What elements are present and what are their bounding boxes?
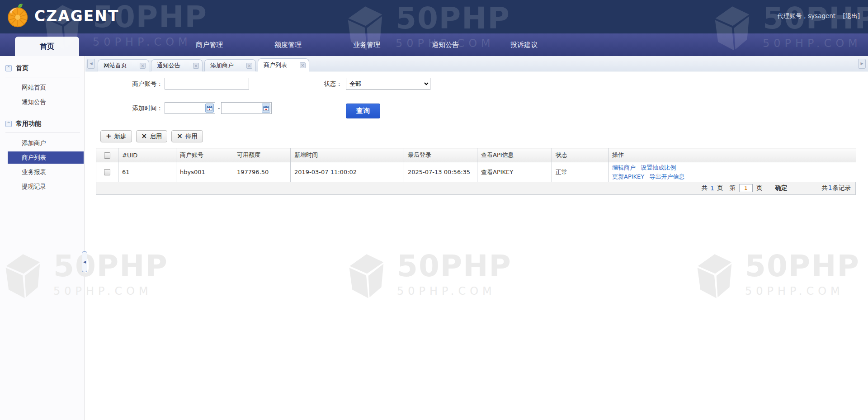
- enable-button-label: 启用: [150, 132, 162, 141]
- nav-item[interactable]: 首页: [15, 37, 79, 56]
- cell-account-link[interactable]: hbys001: [176, 162, 233, 182]
- logout-link[interactable]: [退出]: [843, 12, 860, 19]
- column-header: #UID: [118, 148, 176, 162]
- add-time-label: 添加时间：: [85, 102, 163, 114]
- sidebar-items: 添加商户 商户列表 业务报表 提现记录: [5, 133, 85, 193]
- page-number-input[interactable]: [739, 184, 753, 192]
- sidebar-section-header[interactable]: ^ 首页: [5, 64, 85, 72]
- merchant-account-label: 商户账号：: [85, 78, 163, 90]
- export-account-link[interactable]: 导出开户信息: [649, 173, 684, 180]
- action-line: 编辑商户 设置抽成比例: [612, 163, 852, 172]
- sidebar-item[interactable]: 通知公告: [5, 94, 85, 109]
- sidebar-item[interactable]: 提现记录: [5, 179, 85, 193]
- sidebar-section-header[interactable]: ^ 常用功能: [5, 120, 85, 128]
- cell-api-link[interactable]: 查看APIKEY: [477, 162, 552, 182]
- sidebar-item[interactable]: 网站首页: [5, 80, 85, 94]
- select-all-checkbox[interactable]: [104, 152, 110, 159]
- sidebar-item[interactable]: 业务报表: [5, 165, 85, 179]
- tab-close-icon[interactable]: ×: [140, 63, 146, 69]
- sidebar-section-common: ^ 常用功能 添加商户 商户列表 业务报表: [0, 112, 85, 196]
- calendar-icon[interactable]: [262, 104, 270, 113]
- nav-item[interactable]: 通知公告: [414, 33, 477, 56]
- tab-label: 网站首页: [104, 61, 140, 70]
- pagination-confirm-button[interactable]: 确定: [775, 184, 787, 192]
- column-header: 操作: [609, 148, 856, 162]
- pagination-page-word: 页: [756, 184, 763, 192]
- cell-actions: 编辑商户 设置抽成比例 更新APIKEY 导出开户信息: [609, 162, 856, 182]
- sidebar-item-label: 商户列表: [22, 154, 46, 161]
- date-to-wrap: [221, 102, 272, 114]
- pagination-total-prefix: 共: [702, 184, 708, 192]
- content-tab[interactable]: 网站首页 ×: [98, 59, 149, 71]
- content-tab[interactable]: 通知公告 ×: [151, 59, 203, 71]
- sidebar-item[interactable]: 添加商户: [5, 136, 85, 150]
- column-header: 新增时间: [291, 148, 404, 162]
- calendar-icon[interactable]: [205, 104, 214, 113]
- nav-item-label: 额度管理: [274, 41, 302, 49]
- nav-item[interactable]: 额度管理: [256, 33, 320, 56]
- column-header: 状态: [552, 148, 609, 162]
- cell-quota: 197796.50: [233, 162, 291, 182]
- column-header: 最后登录: [404, 148, 477, 162]
- sidebar-collapse-handle[interactable]: ◀: [82, 251, 87, 272]
- tab-label: 添加商户: [210, 61, 246, 70]
- action-line: 更新APIKEY 导出开户信息: [612, 172, 852, 181]
- new-button[interactable]: + 新建: [100, 130, 132, 142]
- disable-button[interactable]: × 停用: [171, 130, 203, 142]
- enable-button[interactable]: × 启用: [136, 130, 168, 142]
- sidebar-item-label: 添加商户: [22, 139, 46, 146]
- tab-close-icon[interactable]: ×: [246, 63, 252, 69]
- cross-icon: ×: [142, 133, 147, 140]
- tab-scroll-left-icon[interactable]: ◀: [87, 59, 95, 69]
- open-tabs: 网站首页 × 通知公告 × 添加商户 × 商户列表: [98, 56, 309, 71]
- header-user-area: 代理账号，sysagent [退出]: [778, 12, 860, 20]
- app-title: CZAGENT: [34, 7, 119, 25]
- orange-logo-icon: [6, 3, 30, 28]
- nav-item-label: 投诉建议: [510, 41, 538, 49]
- status-select[interactable]: 全部: [346, 78, 430, 90]
- nav-item[interactable]: 投诉建议: [492, 33, 556, 56]
- edit-merchant-link[interactable]: 编辑商户: [612, 164, 636, 171]
- sidebar-item-label: 提现记录: [22, 183, 46, 190]
- nav-item[interactable]: 业务管理: [335, 33, 398, 56]
- cell-uid: 61: [118, 162, 176, 182]
- set-ratio-link[interactable]: 设置抽成比例: [641, 164, 676, 171]
- sidebar-items: 网站首页 通知公告: [5, 77, 85, 109]
- status-label: 状态：: [275, 78, 342, 90]
- date-range-separator: -: [217, 102, 221, 114]
- table-row: 61 hbys001 197796.50 2019-03-07 11:00:02…: [96, 162, 856, 182]
- merchant-account-input[interactable]: [165, 78, 249, 90]
- records-prefix: 共: [821, 184, 828, 191]
- nav-item[interactable]: 商户管理: [178, 33, 241, 56]
- cross-icon: ×: [177, 133, 183, 140]
- page: CZAGENT 代理账号，sysagent [退出] 首页 商户管理 额度管理 …: [0, 0, 868, 420]
- section-collapse-icon[interactable]: ^: [5, 121, 12, 127]
- tab-scroll-right-icon[interactable]: ▶: [858, 59, 866, 69]
- pagination-bar: 共 1 页 第 页 确定 共1条记录: [96, 182, 856, 195]
- sidebar-item-label: 业务报表: [22, 168, 46, 175]
- column-header: 查看API信息: [477, 148, 552, 162]
- sidebar-item[interactable]: 商户列表: [8, 151, 84, 164]
- header-checkbox-cell: [96, 148, 118, 162]
- query-button[interactable]: 查询: [346, 104, 380, 118]
- nav-item-label: 商户管理: [196, 41, 223, 49]
- content: 商户账号： 状态： 全部 添加时间： -: [85, 71, 868, 420]
- sidebar-item-label: 网站首页: [22, 84, 46, 91]
- update-apikey-link[interactable]: 更新APIKEY: [612, 173, 644, 180]
- tab-close-icon[interactable]: ×: [300, 62, 306, 68]
- sidebar: ^ 首页 网站首页 通知公告 ^ 常用功能: [0, 56, 85, 420]
- pagination-page-word: 页: [717, 184, 723, 192]
- content-tab[interactable]: 添加商户 ×: [204, 59, 256, 71]
- tab-close-icon[interactable]: ×: [193, 63, 199, 69]
- tab-label: 商户列表: [264, 61, 300, 69]
- table-header-row: #UID 商户账号 可用额度 新增时间 最后登录 查看API信息 状态: [96, 148, 856, 162]
- date-from-wrap: [165, 102, 215, 114]
- content-tab[interactable]: 商户列表 ×: [258, 58, 309, 71]
- section-collapse-icon[interactable]: ^: [5, 65, 12, 71]
- main-area: ◀ 网站首页 × 通知公告 × 添加商户 ×: [85, 56, 868, 420]
- table-toolbar: + 新建 × 启用 × 停用: [100, 130, 203, 142]
- row-checkbox[interactable]: [104, 169, 110, 175]
- records-count: 共1条记录: [821, 184, 851, 192]
- pagination-total-pages: 1: [710, 184, 714, 192]
- collapse-left-icon: ◀: [83, 260, 86, 264]
